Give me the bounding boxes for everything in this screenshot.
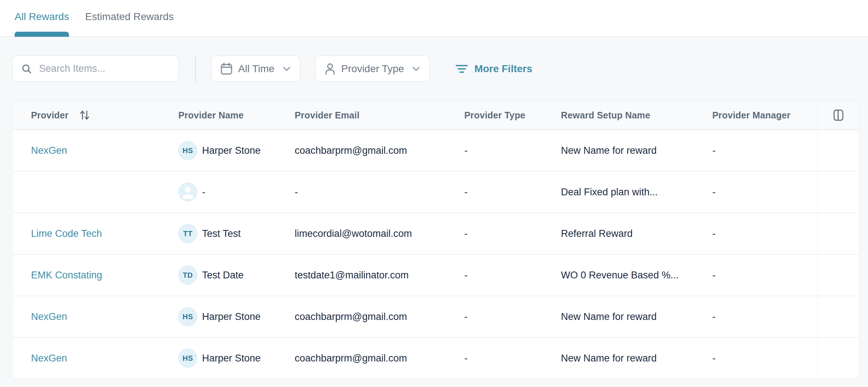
- table-row: NexGen HS Harper Stone coachbarprm@gmail…: [12, 130, 859, 172]
- column-header-provider-label: Provider: [31, 110, 69, 121]
- provider-email-text: coachbarprm@gmail.com: [295, 145, 407, 156]
- provider-manager-cell: -: [712, 338, 817, 379]
- provider-email-cell: limecordial@wotomail.com: [295, 213, 464, 254]
- provider-email-text: coachbarprm@gmail.com: [295, 353, 407, 364]
- provider-name-text: -: [202, 187, 205, 198]
- table-body: NexGen HS Harper Stone coachbarprm@gmail…: [12, 130, 859, 379]
- provider-link[interactable]: Lime Code Tech: [31, 228, 102, 239]
- column-header-provider-name: Provider Name: [178, 101, 295, 129]
- avatar-initials: TD: [183, 271, 193, 280]
- avatar: [178, 183, 197, 202]
- chevron-down-icon: [282, 66, 291, 72]
- provider-link[interactable]: NexGen: [31, 353, 67, 364]
- toolbar-divider: [195, 55, 196, 82]
- provider-type-text: -: [464, 187, 468, 198]
- provider-manager-text: -: [712, 145, 716, 156]
- provider-cell: NexGen: [12, 296, 178, 337]
- search-input[interactable]: [39, 63, 170, 74]
- row-actions-cell: [817, 172, 859, 212]
- tab-estimated-rewards-label: Estimated Rewards: [85, 11, 174, 23]
- provider-name-cell: TD Test Date: [178, 255, 295, 296]
- provider-manager-text: -: [712, 187, 716, 198]
- provider-manager-cell: -: [712, 213, 817, 254]
- reward-setup-name-text: Deal Fixed plan with...: [561, 187, 658, 198]
- reward-setup-name-text: New Name for reward: [561, 353, 657, 364]
- avatar: HS: [178, 349, 197, 368]
- reward-setup-name-cell: Referral Reward: [561, 213, 712, 254]
- provider-name-cell: HS Harper Stone: [178, 130, 295, 171]
- filter-toolbar: All Time Provider Type: [12, 55, 532, 82]
- chevron-down-icon: [412, 66, 421, 72]
- provider-cell: [12, 172, 178, 212]
- column-header-provider-manager: Provider Manager: [712, 101, 817, 129]
- column-header-reward-setup-name: Reward Setup Name: [561, 101, 712, 129]
- tab-all-rewards-label: All Rewards: [15, 11, 69, 23]
- more-filters-button[interactable]: More Filters: [456, 63, 532, 75]
- provider-cell: EMK Constating: [12, 255, 178, 296]
- provider-name-text: Harper Stone: [202, 353, 261, 364]
- columns-icon[interactable]: [833, 109, 844, 121]
- column-header-provider: Provider: [12, 101, 178, 129]
- provider-type-cell: -: [464, 296, 561, 337]
- reward-setup-name-text: New Name for reward: [561, 311, 657, 322]
- avatar: TD: [178, 266, 197, 285]
- sort-arrows-icon[interactable]: [80, 110, 90, 121]
- active-tab-underline: [15, 32, 69, 37]
- provider-email-cell: coachbarprm@gmail.com: [295, 296, 464, 337]
- provider-manager-text: -: [712, 270, 716, 281]
- provider-cell: Lime Code Tech: [12, 213, 178, 254]
- tab-all-rewards[interactable]: All Rewards: [15, 0, 69, 36]
- reward-setup-name-cell: WO 0 Revenue Based %...: [561, 255, 712, 296]
- column-settings-header-cell: [817, 101, 859, 129]
- provider-email-text: limecordial@wotomail.com: [295, 228, 412, 239]
- provider-email-cell: coachbarprm@gmail.com: [295, 338, 464, 379]
- row-actions-cell: [817, 213, 859, 254]
- row-actions-cell: [817, 338, 859, 379]
- avatar: HS: [178, 141, 197, 160]
- provider-name-cell: HS Harper Stone: [178, 296, 295, 337]
- provider-email-text: testdate1@mailinator.com: [295, 270, 409, 281]
- provider-manager-cell: -: [712, 172, 817, 212]
- provider-name-text: Harper Stone: [202, 311, 261, 322]
- column-header-provider-email: Provider Email: [295, 101, 464, 129]
- provider-link[interactable]: EMK Constating: [31, 270, 102, 281]
- reward-setup-name-cell: New Name for reward: [561, 338, 712, 379]
- provider-email-cell: testdate1@mailinator.com: [295, 255, 464, 296]
- reward-setup-name-cell: New Name for reward: [561, 130, 712, 171]
- person-icon: [324, 62, 336, 75]
- avatar: HS: [178, 307, 197, 326]
- provider-link[interactable]: NexGen: [31, 311, 67, 322]
- row-actions-cell: [817, 255, 859, 296]
- reward-setup-name-text: WO 0 Revenue Based %...: [561, 270, 679, 281]
- rewards-table: Provider Provider Name Provider Email Pr…: [12, 101, 859, 379]
- provider-manager-cell: -: [712, 296, 817, 337]
- table-row: NexGen HS Harper Stone coachbarprm@gmail…: [12, 296, 859, 338]
- table-row: - - - Deal Fixed plan with... -: [12, 172, 859, 213]
- provider-type-cell: -: [464, 255, 561, 296]
- provider-type-cell: -: [464, 213, 561, 254]
- avatar: TT: [178, 224, 197, 243]
- provider-link[interactable]: NexGen: [31, 145, 67, 156]
- provider-name-text: Test Test: [202, 228, 241, 239]
- provider-manager-cell: -: [712, 130, 817, 171]
- tab-estimated-rewards[interactable]: Estimated Rewards: [85, 0, 174, 36]
- table-row: NexGen HS Harper Stone coachbarprm@gmail…: [12, 338, 859, 379]
- column-header-provider-type: Provider Type: [464, 101, 561, 129]
- reward-setup-name-cell: New Name for reward: [561, 296, 712, 337]
- provider-type-cell: -: [464, 130, 561, 171]
- table-row: EMK Constating TD Test Date testdate1@ma…: [12, 255, 859, 296]
- provider-email-text: -: [295, 187, 298, 198]
- provider-type-cell: -: [464, 338, 561, 379]
- time-filter-button[interactable]: All Time: [211, 55, 301, 82]
- avatar-initials: HS: [183, 354, 193, 363]
- provider-manager-cell: -: [712, 255, 817, 296]
- provider-type-text: -: [464, 270, 468, 281]
- reward-setup-name-cell: Deal Fixed plan with...: [561, 172, 712, 212]
- provider-email-text: coachbarprm@gmail.com: [295, 311, 407, 322]
- provider-email-cell: -: [295, 172, 464, 212]
- provider-type-cell: -: [464, 172, 561, 212]
- provider-type-text: -: [464, 145, 468, 156]
- provider-cell: NexGen: [12, 130, 178, 171]
- provider-type-text: -: [464, 228, 468, 239]
- provider-type-filter-button[interactable]: Provider Type: [315, 55, 430, 82]
